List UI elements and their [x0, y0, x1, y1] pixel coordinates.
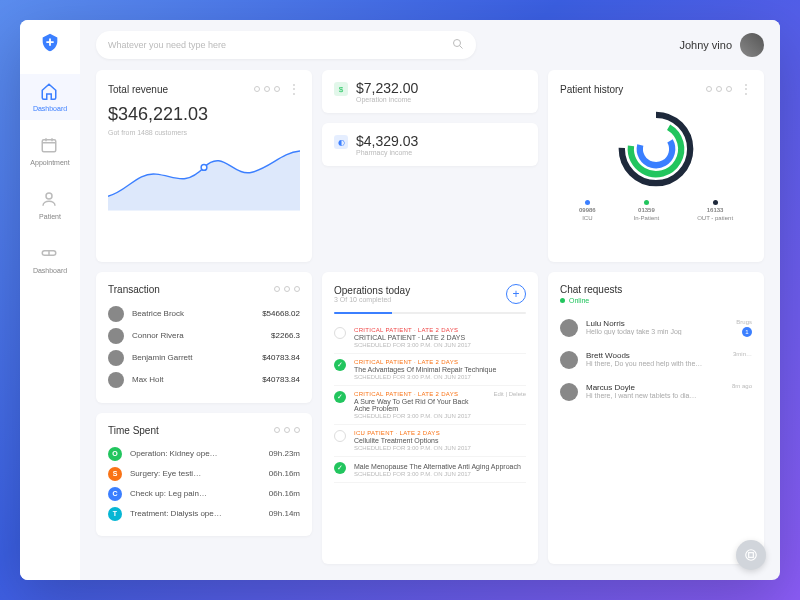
stat-operation-income: $ $7,232.00 Operation income: [322, 70, 538, 113]
card-title: Patient history: [560, 84, 623, 95]
card-controls[interactable]: ⋮: [254, 82, 300, 96]
sidebar-item-dashboard2[interactable]: Dashboard: [20, 236, 80, 282]
pill-icon: [40, 244, 60, 264]
revenue-card: Total revenue ⋮ $346,221.03 Got from 148…: [96, 70, 312, 262]
legend-item: 01359In-Patient: [634, 200, 660, 221]
operation-item[interactable]: CRITICAL PATIENT · LATE 2 DAYSA Sure Way…: [334, 386, 526, 425]
operations-card: Operations today 3 Of 10 completed + CRI…: [322, 272, 538, 565]
badge-icon: C: [108, 487, 122, 501]
transactions-card: Transaction Beatrice Brock$54668.02Conno…: [96, 272, 312, 403]
card-controls[interactable]: [274, 427, 300, 433]
check-icon[interactable]: [334, 430, 346, 442]
svg-rect-0: [42, 140, 56, 152]
avatar: [740, 33, 764, 57]
avatar: [108, 372, 124, 388]
user-profile[interactable]: Johny vino: [679, 33, 764, 57]
sidebar-item-label: Dashboard: [33, 267, 67, 274]
more-icon[interactable]: ⋮: [740, 82, 752, 96]
check-icon[interactable]: [334, 359, 346, 371]
sidebar-item-label: Patient: [39, 213, 61, 220]
avatar: [560, 383, 578, 401]
card-controls[interactable]: ⋮: [706, 82, 752, 96]
chat-item[interactable]: Marcus DoyleHi there, I want new tablets…: [560, 376, 752, 408]
user-icon: [40, 190, 60, 210]
dollar-icon: $: [334, 82, 348, 96]
check-icon[interactable]: [334, 462, 346, 474]
transaction-row[interactable]: Benjamin Garrett$40783.84: [108, 347, 300, 369]
floating-action-button[interactable]: [736, 540, 766, 570]
svg-point-7: [634, 127, 678, 171]
chat-item[interactable]: Brett WoodsHi there, Do you need help wi…: [560, 344, 752, 376]
operation-item[interactable]: ICU PATIENT · LATE 2 DAYSCellulite Treat…: [334, 425, 526, 457]
svg-point-8: [746, 550, 757, 561]
transaction-row[interactable]: Max Holt$40783.84: [108, 369, 300, 391]
revenue-value: $346,221.03: [108, 104, 300, 125]
op-actions[interactable]: Edit | Delete: [493, 391, 526, 419]
avatar: [560, 351, 578, 369]
svg-point-1: [46, 193, 52, 199]
check-icon[interactable]: [334, 391, 346, 403]
home-icon: [40, 82, 60, 102]
user-name: Johny vino: [679, 39, 732, 51]
medical-logo-icon: [39, 32, 61, 58]
more-icon[interactable]: ⋮: [288, 82, 300, 96]
topbar: Whatever you need type here Johny vino: [80, 20, 780, 70]
badge-icon: O: [108, 447, 122, 461]
search-icon: [452, 38, 464, 52]
card-title: Total revenue: [108, 84, 168, 95]
chat-status: Online: [560, 297, 589, 304]
unread-badge: 1: [742, 327, 752, 337]
patient-history-card: Patient history ⋮ 09986ICU 01359In-Patie…: [548, 70, 764, 262]
card-title: Chat requests: [560, 284, 622, 295]
sidebar: Dashboard Appointment Patient Dashboard: [20, 20, 80, 580]
avatar: [560, 319, 578, 337]
check-icon[interactable]: [334, 327, 346, 339]
search-input[interactable]: Whatever you need type here: [96, 31, 476, 59]
timespent-row[interactable]: OOperation: Kidney ope…09h.23m: [108, 444, 300, 464]
svg-point-4: [201, 165, 207, 171]
avatar: [108, 328, 124, 344]
card-title: Operations today: [334, 285, 410, 296]
sidebar-item-patient[interactable]: Patient: [20, 182, 80, 228]
search-placeholder: Whatever you need type here: [108, 40, 452, 50]
chat-card: Chat requests Online Lulu NorrisHello gu…: [548, 272, 764, 565]
avatar: [108, 350, 124, 366]
badge-icon: T: [108, 507, 122, 521]
stat-value: $4,329.03: [356, 133, 418, 149]
operation-item[interactable]: CRITICAL PATIENT · LATE 2 DAYSThe Advant…: [334, 354, 526, 386]
svg-rect-9: [749, 553, 754, 558]
transaction-row[interactable]: Connor Rivera$2266.3: [108, 325, 300, 347]
badge-icon: S: [108, 467, 122, 481]
stat-value: $7,232.00: [356, 80, 418, 96]
sidebar-item-dashboard[interactable]: Dashboard: [20, 74, 80, 120]
avatar: [108, 306, 124, 322]
svg-point-3: [454, 40, 461, 47]
capsule-icon: ◐: [334, 135, 348, 149]
revenue-chart: [108, 142, 300, 212]
timespent-row[interactable]: TTreatment: Dialysis ope…09h.14m: [108, 504, 300, 524]
progress-bar: [334, 312, 526, 314]
chat-item[interactable]: Lulu NorrisHello guy today take 3 min Jo…: [560, 312, 752, 344]
card-title: Time Spent: [108, 425, 159, 436]
card-controls[interactable]: [274, 286, 300, 292]
sidebar-item-label: Dashboard: [33, 105, 67, 112]
transaction-row[interactable]: Beatrice Brock$54668.02: [108, 303, 300, 325]
donut-chart: [611, 104, 701, 194]
sidebar-item-appointment[interactable]: Appointment: [20, 128, 80, 174]
add-button[interactable]: +: [506, 284, 526, 304]
card-title: Transaction: [108, 284, 160, 295]
operation-item[interactable]: CRITICAL PATIENT · LATE 2 DAYSCRITICAL P…: [334, 322, 526, 354]
operations-sub: 3 Of 10 completed: [334, 296, 410, 303]
timespent-row[interactable]: CCheck up: Leg pain…06h.16m: [108, 484, 300, 504]
operation-item[interactable]: Male Menopause The Alternative Anti Agin…: [334, 457, 526, 483]
legend-item: 09986ICU: [579, 200, 596, 221]
stat-label: Operation income: [356, 96, 418, 103]
timespent-row[interactable]: SSurgery: Eye testi…06h.16m: [108, 464, 300, 484]
revenue-sub: Got from 1488 customers: [108, 129, 300, 136]
legend-item: 16133OUT - patient: [697, 200, 733, 221]
stat-label: Pharmacy income: [356, 149, 418, 156]
timespent-card: Time Spent OOperation: Kidney ope…09h.23…: [96, 413, 312, 536]
sidebar-item-label: Appointment: [30, 159, 69, 166]
stat-pharmacy-income: ◐ $4,329.03 Pharmacy income: [322, 123, 538, 166]
calendar-icon: [40, 136, 60, 156]
